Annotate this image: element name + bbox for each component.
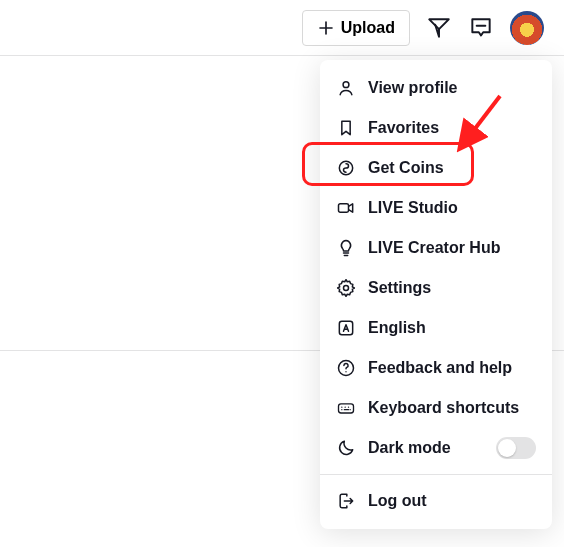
menu-item-logout[interactable]: Log out [320,481,552,521]
upload-label: Upload [341,19,395,37]
gear-icon [336,278,356,298]
svg-point-3 [344,286,349,291]
menu-item-language[interactable]: English [320,308,552,348]
divider [0,55,564,56]
menu-item-get-coins[interactable]: Get Coins [320,148,552,188]
menu-item-label: Settings [368,279,536,297]
profile-menu: View profile Favorites Get Coins LIVE St… [320,60,552,529]
coin-icon [336,158,356,178]
menu-item-label: Favorites [368,119,536,137]
bookmark-icon [336,118,356,138]
menu-item-label: English [368,319,536,337]
menu-item-feedback[interactable]: Feedback and help [320,348,552,388]
menu-item-dark-mode[interactable]: Dark mode [320,428,552,468]
menu-item-label: Get Coins [368,159,536,177]
svg-point-0 [343,82,349,88]
logout-icon [336,491,356,511]
menu-item-settings[interactable]: Settings [320,268,552,308]
menu-item-view-profile[interactable]: View profile [320,68,552,108]
menu-item-label: LIVE Studio [368,199,536,217]
menu-item-live-creator-hub[interactable]: LIVE Creator Hub [320,228,552,268]
menu-item-label: LIVE Creator Hub [368,239,536,257]
menu-item-label: Dark mode [368,439,484,457]
svg-rect-2 [339,204,349,212]
inbox-icon[interactable] [468,15,494,41]
help-icon [336,358,356,378]
moon-icon [336,438,356,458]
upload-button[interactable]: Upload [302,10,410,46]
bulb-icon [336,238,356,258]
menu-item-keyboard-shortcuts[interactable]: Keyboard shortcuts [320,388,552,428]
menu-item-label: Feedback and help [368,359,536,377]
send-icon[interactable] [426,15,452,41]
menu-item-label: View profile [368,79,536,97]
plus-icon [317,19,335,37]
menu-item-live-studio[interactable]: LIVE Studio [320,188,552,228]
video-icon [336,198,356,218]
menu-item-label: Log out [368,492,536,510]
svg-rect-4 [339,321,352,334]
keyboard-icon [336,398,356,418]
menu-item-label: Keyboard shortcuts [368,399,536,417]
avatar[interactable] [510,11,544,45]
menu-item-favorites[interactable]: Favorites [320,108,552,148]
language-icon [336,318,356,338]
svg-rect-7 [339,404,354,413]
user-icon [336,78,356,98]
menu-separator [320,474,552,475]
dark-mode-toggle[interactable] [496,437,536,459]
svg-point-6 [345,371,346,372]
